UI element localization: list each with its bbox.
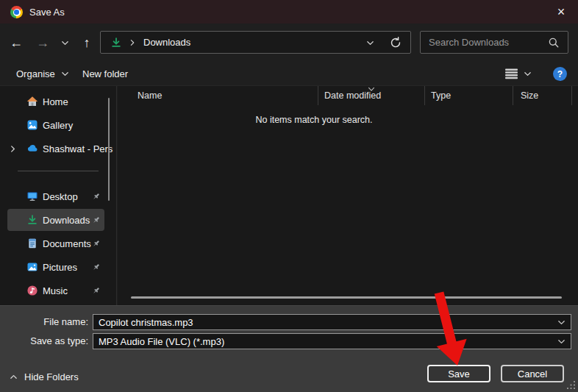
- search-box: [420, 31, 568, 54]
- save-as-type-dropdown[interactable]: MP3 Audio File (VLC) (*.mp3): [93, 333, 571, 349]
- chevron-up-icon: [9, 372, 18, 382]
- save-as-dialog: Save As × ← → ↑ Downloads Organise New f…: [0, 0, 578, 392]
- column-label: Size: [521, 90, 538, 101]
- chevron-down-icon: [60, 38, 70, 48]
- address-bar[interactable]: Downloads: [100, 31, 411, 54]
- file-list[interactable]: Name Date modified Type Size No items ma…: [118, 86, 578, 305]
- change-view-button[interactable]: [504, 62, 532, 85]
- new-folder-label: New folder: [82, 68, 128, 79]
- onedrive-cloud-icon: [26, 143, 38, 154]
- hide-folders-label: Hide Folders: [24, 371, 79, 382]
- column-header-type[interactable]: Type: [425, 86, 513, 105]
- empty-list-message: No items match your search.: [255, 115, 372, 125]
- save-button[interactable]: Save: [427, 365, 490, 382]
- column-label: Type: [431, 90, 451, 101]
- back-icon: ←: [10, 35, 23, 51]
- file-name-combobox[interactable]: [93, 314, 571, 330]
- up-icon: ↑: [84, 35, 90, 51]
- pane-divider: [116, 86, 117, 305]
- column-header-row: Name Date modified Type Size: [118, 86, 578, 105]
- close-button[interactable]: ×: [544, 0, 578, 24]
- documents-icon: [26, 238, 38, 249]
- refresh-button[interactable]: [389, 36, 402, 49]
- sidebar-item-label: Home: [43, 96, 68, 107]
- chevron-down-icon[interactable]: [557, 337, 566, 346]
- pin-icon: [91, 192, 101, 202]
- chrome-app-icon: [10, 6, 23, 18]
- window-title: Save As: [29, 7, 65, 18]
- pin-icon: [91, 263, 101, 272]
- file-name-label: File name:: [0, 314, 88, 330]
- sidebar-item-downloads[interactable]: Downloads: [7, 209, 104, 231]
- expand-chevron-icon[interactable]: [8, 144, 18, 154]
- search-icon[interactable]: [548, 37, 560, 49]
- sidebar-divider: [18, 171, 99, 171]
- pin-icon: [91, 286, 101, 296]
- column-header-date-modified[interactable]: Date modified: [318, 86, 425, 105]
- navigation-toolbar: ← → ↑ Downloads: [0, 24, 578, 62]
- sort-descending-icon: [368, 87, 376, 92]
- command-bar: Organise New folder ?: [0, 62, 578, 86]
- cancel-button[interactable]: Cancel: [501, 365, 564, 382]
- chevron-right-icon: [128, 38, 137, 47]
- save-form-panel: File name: Save as type: MP3 Audio File …: [0, 305, 578, 392]
- pin-icon: [91, 215, 101, 225]
- sidebar-item-label: Shashwat - Pers: [43, 143, 113, 154]
- column-header-name[interactable]: Name: [118, 86, 318, 105]
- close-icon: ×: [557, 4, 565, 20]
- sidebar-item-pictures[interactable]: Pictures: [7, 256, 104, 278]
- horizontal-scrollbar[interactable]: [131, 296, 562, 299]
- help-icon: ?: [557, 69, 563, 79]
- downloads-icon: [26, 214, 38, 226]
- help-button[interactable]: ?: [553, 67, 567, 81]
- sidebar-item-label: Gallery: [43, 120, 73, 131]
- music-icon: [26, 285, 38, 296]
- details-view-icon: [504, 68, 518, 79]
- forward-button[interactable]: →: [31, 31, 54, 54]
- hide-folders-button[interactable]: Hide Folders: [9, 370, 79, 383]
- column-label: Name: [138, 90, 162, 101]
- save-as-type-label: Save as type:: [0, 333, 88, 349]
- sidebar-item-label: Documents: [43, 238, 91, 249]
- sidebar-item-home[interactable]: Home: [7, 90, 104, 113]
- column-header-size[interactable]: Size: [513, 86, 572, 105]
- sidebar-item-documents[interactable]: Documents: [7, 232, 104, 254]
- sidebar-item-gallery[interactable]: Gallery: [7, 114, 104, 136]
- sidebar-item-label: Pictures: [43, 262, 77, 273]
- chevron-down-icon: [523, 69, 532, 79]
- pictures-icon: [26, 261, 38, 273]
- navigation-pane: Home Gallery Shashwat - Pers: [0, 86, 116, 305]
- chevron-down-icon: [60, 69, 70, 79]
- sidebar-item-label: Downloads: [43, 215, 90, 226]
- resize-grip[interactable]: [567, 381, 576, 390]
- sidebar-item-music[interactable]: Music: [7, 279, 104, 302]
- home-icon: [26, 96, 38, 107]
- desktop-icon: [26, 190, 38, 202]
- organise-label: Organise: [16, 68, 55, 79]
- pin-icon: [91, 239, 101, 249]
- breadcrumb-location[interactable]: Downloads: [143, 37, 190, 48]
- recent-locations-button[interactable]: [54, 31, 75, 54]
- column-label: Date modified: [324, 90, 381, 101]
- up-button[interactable]: ↑: [75, 31, 99, 54]
- title-bar: Save As ×: [0, 0, 578, 24]
- back-button[interactable]: ←: [4, 31, 28, 54]
- sidebar-scrollbar[interactable]: [108, 98, 110, 201]
- search-input[interactable]: [421, 32, 538, 53]
- downloads-folder-icon: [110, 37, 122, 49]
- sidebar-item-onedrive[interactable]: Shashwat - Pers: [7, 138, 104, 160]
- forward-icon: →: [36, 35, 49, 51]
- sidebar-item-desktop[interactable]: Desktop: [7, 185, 104, 207]
- sidebar-item-label: Music: [43, 285, 68, 296]
- organise-menu-button[interactable]: Organise: [16, 62, 70, 85]
- chevron-down-icon: [365, 38, 375, 48]
- gallery-icon: [26, 119, 38, 131]
- file-name-input[interactable]: [93, 315, 571, 329]
- sidebar-item-label: Desktop: [43, 191, 78, 202]
- address-dropdown-button[interactable]: [365, 38, 375, 48]
- new-folder-button[interactable]: New folder: [82, 62, 128, 85]
- save-as-type-value: MP3 Audio File (VLC) (*.mp3): [93, 336, 224, 347]
- chevron-down-icon[interactable]: [557, 318, 566, 327]
